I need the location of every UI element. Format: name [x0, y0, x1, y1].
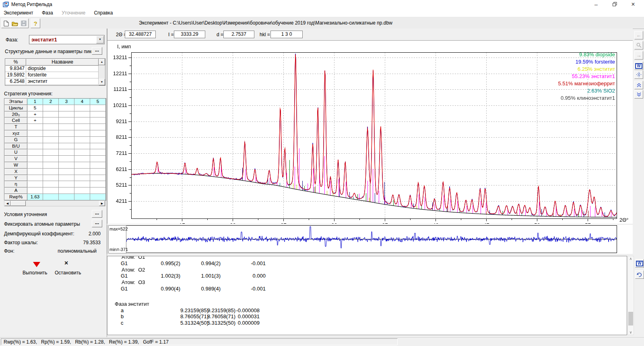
strategy-cell[interactable] [43, 194, 59, 200]
refinement-results-panel[interactable]: Атом: O1G10.995(2)0.994(2)-0.001Атом: O2… [107, 256, 627, 335]
scroll-left-icon[interactable]: ◀ [4, 201, 10, 206]
strategy-cell[interactable] [27, 124, 43, 130]
strategy-cell[interactable] [43, 156, 59, 162]
strategy-cell[interactable] [43, 162, 59, 169]
close-button[interactable]: × [626, 0, 640, 9]
strategy-cell[interactable] [59, 149, 74, 156]
strategy-cell[interactable] [74, 169, 90, 175]
strategy-cell[interactable] [43, 105, 59, 111]
phase-combobox[interactable]: энстатит1 ▼ [29, 35, 105, 44]
strategy-row-header[interactable]: U [4, 149, 27, 156]
strategy-cell[interactable] [59, 187, 74, 194]
strategy-cell[interactable] [90, 156, 106, 162]
strategy-cell[interactable] [59, 181, 74, 187]
strategy-cell[interactable] [59, 130, 74, 137]
scroll-down-icon[interactable]: ▼ [99, 79, 105, 85]
strategy-cell[interactable] [27, 137, 43, 143]
strategy-cell[interactable] [90, 124, 106, 130]
strategy-hscrollbar[interactable]: ◀ ▶ [4, 200, 105, 206]
strategy-cell[interactable] [43, 111, 59, 118]
strategy-cell[interactable] [59, 117, 74, 124]
conditions-button[interactable]: ... [92, 210, 102, 218]
strategy-cell[interactable] [59, 143, 74, 150]
phase-table[interactable]: %Название9.8347diopside19.5892forsterite… [5, 58, 105, 86]
scale-down-button[interactable] [634, 90, 643, 99]
strategy-cell[interactable] [74, 187, 90, 194]
strategy-cell[interactable] [74, 175, 90, 181]
scale-up-button[interactable] [634, 81, 643, 89]
strategy-cell[interactable] [27, 130, 43, 137]
strategy-row-header[interactable]: η [4, 181, 27, 187]
strategy-cell[interactable] [74, 194, 90, 200]
strategy-row-header[interactable]: G [4, 137, 27, 143]
scrollbar-thumb[interactable] [628, 312, 633, 325]
scroll-down-icon[interactable]: ∨ [628, 330, 634, 334]
strategy-cell[interactable] [74, 149, 90, 156]
strategy-cell[interactable] [74, 117, 90, 124]
strategy-cell[interactable] [90, 117, 106, 124]
strategy-cell[interactable]: 1.63 [27, 194, 43, 200]
menu-phase[interactable]: Фаза [38, 9, 57, 16]
strategy-cell[interactable] [59, 194, 74, 200]
strategy-cell[interactable] [43, 149, 59, 156]
strategy-cell[interactable] [90, 111, 106, 118]
strategy-cell[interactable] [27, 143, 43, 150]
structural-data-button[interactable]: ... [92, 47, 102, 55]
strategy-cell[interactable] [43, 143, 59, 150]
strategy-cell[interactable] [74, 143, 90, 150]
strategy-cell[interactable]: + [27, 117, 43, 124]
stop-button[interactable]: Остановить [55, 270, 81, 276]
new-file-button[interactable] [1, 19, 11, 28]
strategy-cell[interactable] [27, 169, 43, 175]
grid-toggle-button[interactable] [634, 70, 643, 79]
strategy-cell[interactable] [74, 162, 90, 169]
strategy-cell[interactable] [43, 181, 59, 187]
run-button[interactable]: Выполнить [23, 270, 47, 276]
strategy-cell[interactable] [43, 169, 59, 175]
strategy-cell[interactable] [27, 175, 43, 181]
strategy-cell[interactable] [27, 156, 43, 162]
strategy-cell[interactable] [59, 169, 74, 175]
strategy-cell[interactable] [90, 143, 106, 150]
strategy-cell[interactable] [90, 187, 106, 194]
scroll-right-icon[interactable]: ▶ [99, 201, 105, 206]
strategy-row-header[interactable]: Циклы [4, 105, 27, 111]
table-row[interactable]: 9.8347diopside [5, 66, 99, 72]
strategy-row-header[interactable]: 2Θ₀ [4, 111, 27, 118]
strategy-cell[interactable] [90, 137, 106, 143]
strategy-cell[interactable] [90, 169, 106, 175]
strategy-row-header[interactable]: B/U [4, 143, 27, 150]
fix-atoms-button[interactable]: ... [92, 220, 102, 227]
chart-export-word-button[interactable]: W [634, 62, 643, 70]
strategy-cell[interactable] [59, 162, 74, 169]
strategy-cell[interactable] [74, 111, 90, 118]
strategy-row-header[interactable]: X [4, 169, 27, 175]
table-row[interactable]: 19.5892forsterite [5, 72, 99, 78]
strategy-cell[interactable] [27, 181, 43, 187]
strategy-cell[interactable] [90, 105, 106, 111]
strategy-cell[interactable] [74, 130, 90, 137]
strategy-cell[interactable] [59, 105, 74, 111]
strategy-cell[interactable] [74, 156, 90, 162]
strategy-row-header[interactable]: Cell [4, 117, 27, 124]
phase-table-scrollbar[interactable]: ▲▼ [99, 59, 105, 85]
strategy-cell[interactable] [74, 124, 90, 130]
strategy-cell[interactable] [27, 149, 43, 156]
strategy-cell[interactable] [90, 181, 106, 187]
results-vscrollbar[interactable]: ∧ ∨ [627, 256, 634, 335]
strategy-cell[interactable] [90, 149, 106, 156]
scroll-up-icon[interactable]: ∧ [628, 257, 634, 261]
open-file-button[interactable] [10, 19, 20, 28]
scroll-up-icon[interactable]: ▲ [99, 59, 105, 65]
strategy-row-header[interactable]: Rwp% [4, 194, 27, 200]
strategy-cell[interactable] [59, 124, 74, 130]
strategy-cell[interactable] [27, 162, 43, 169]
strategy-row-header[interactable]: A [4, 187, 27, 194]
strategy-table[interactable]: Этапы12345Циклы52Θ₀+Cell+TxyzGB/UUVWXYηA… [4, 98, 106, 201]
minimize-button[interactable]: – [589, 0, 603, 9]
stop-icon[interactable]: × [64, 260, 68, 267]
strategy-cell[interactable] [43, 117, 59, 124]
strategy-row-header[interactable]: xyz [4, 130, 27, 137]
strategy-cell[interactable] [74, 181, 90, 187]
menu-help[interactable]: Справка [90, 9, 116, 16]
